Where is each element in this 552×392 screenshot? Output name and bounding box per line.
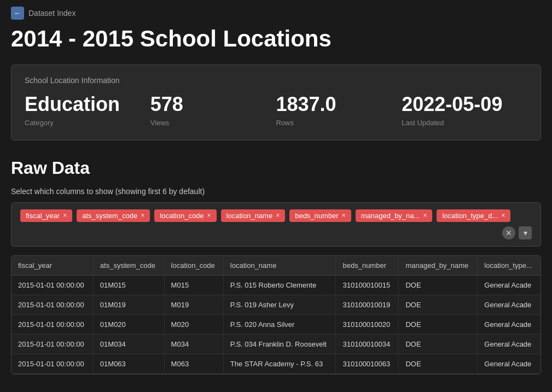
dataset-index-link[interactable]: Dataset Index	[28, 9, 75, 17]
table-row: 2015-01-01 00:00:0001M019M019P.S. 019 As…	[11, 295, 541, 314]
top-nav: ← Dataset Index	[0, 0, 552, 26]
last-updated-value: 2022-05-09	[402, 93, 527, 115]
table-cell: M019	[164, 295, 223, 314]
stat-rows: 1837.0 Rows	[276, 93, 402, 127]
page-title: 2014 - 2015 School Locations	[11, 26, 541, 51]
tag-close-fiscal-year[interactable]: ×	[63, 212, 67, 219]
table-cell: 2015-01-01 00:00:00	[11, 314, 93, 334]
table-cell: DOE	[399, 354, 478, 373]
stat-last-updated: 2022-05-09 Last Updated	[402, 93, 527, 127]
table-cell: 01M063	[93, 354, 164, 373]
info-card-title: School Location Information	[25, 76, 527, 85]
tag-location-code[interactable]: location_code ×	[154, 209, 216, 222]
tags-actions: ✕ ▾	[502, 226, 532, 239]
tag-close-location-type-d[interactable]: ×	[501, 212, 505, 219]
table-cell: 01M034	[93, 334, 164, 354]
raw-data-title: Raw Data	[11, 158, 541, 178]
data-table: fiscal_year ats_system_code location_cod…	[11, 256, 541, 374]
table-cell: 01M020	[93, 314, 164, 334]
table-cell: 310100010034	[336, 334, 399, 354]
tag-beds-number[interactable]: beds_number ×	[289, 209, 351, 222]
col-header-managed-by-name: managed_by_name	[399, 256, 478, 276]
col-header-fiscal-year: fiscal_year	[11, 256, 93, 276]
table-cell: P.S. 034 Franklin D. Roosevelt	[223, 334, 336, 354]
stat-views: 578 Views	[150, 93, 276, 127]
table-cell: DOE	[399, 275, 478, 295]
table-cell: General Acade	[478, 314, 541, 334]
tag-ats-system-code[interactable]: ats_system_code ×	[77, 209, 150, 222]
tag-close-ats-system-code[interactable]: ×	[141, 212, 144, 219]
tag-close-beds-number[interactable]: ×	[342, 212, 346, 219]
table-cell: General Acade	[478, 334, 541, 354]
col-header-ats-system-code: ats_system_code	[93, 256, 164, 276]
col-header-location-name: location_name	[223, 256, 336, 276]
info-card: School Location Information Education Ca…	[11, 65, 541, 141]
table-cell: General Acade	[478, 275, 541, 295]
table-row: 2015-01-01 00:00:0001M063M063The STAR Ac…	[11, 354, 541, 373]
table-header: fiscal_year ats_system_code location_cod…	[11, 256, 541, 276]
table-cell: 310100010020	[336, 314, 399, 334]
tag-fiscal-year[interactable]: fiscal_year ×	[20, 209, 72, 222]
tag-close-location-code[interactable]: ×	[207, 212, 211, 219]
clear-all-button[interactable]: ✕	[502, 226, 515, 239]
tag-location-name[interactable]: location_name ×	[221, 209, 286, 222]
table-cell: M015	[164, 275, 223, 295]
col-header-location-code: location_code	[164, 256, 223, 276]
table-cell: 2015-01-01 00:00:00	[11, 334, 93, 354]
table-cell: General Acade	[478, 295, 541, 314]
table-row: 2015-01-01 00:00:0001M034M034P.S. 034 Fr…	[11, 334, 541, 354]
back-arrow-icon: ←	[11, 7, 24, 20]
table-cell: P.S. 019 Asher Levy	[223, 295, 336, 314]
main-content: 2014 - 2015 School Locations School Loca…	[0, 26, 552, 385]
table-row: 2015-01-01 00:00:0001M015M015P.S. 015 Ro…	[11, 275, 541, 295]
table-cell: P.S. 015 Roberto Clemente	[223, 275, 336, 295]
table-body: 2015-01-01 00:00:0001M015M015P.S. 015 Ro…	[11, 275, 541, 373]
table-cell: 2015-01-01 00:00:00	[11, 354, 93, 373]
rows-value: 1837.0	[276, 93, 402, 115]
table-row: 2015-01-01 00:00:0001M020M020P.S. 020 An…	[11, 314, 541, 334]
table-cell: The STAR Academy - P.S. 63	[223, 354, 336, 373]
col-header-beds-number: beds_number	[336, 256, 399, 276]
table-cell: 310100010015	[336, 275, 399, 295]
table-cell: DOE	[399, 314, 478, 334]
table-cell: 01M019	[93, 295, 164, 314]
table-cell: 2015-01-01 00:00:00	[11, 275, 93, 295]
table-cell: 2015-01-01 00:00:00	[11, 295, 93, 314]
table-cell: P.S. 020 Anna Silver	[223, 314, 336, 334]
views-value: 578	[150, 93, 276, 115]
table-cell: 310100010019	[336, 295, 399, 314]
table-header-row: fiscal_year ats_system_code location_cod…	[11, 256, 541, 276]
col-header-location-type: location_type...	[478, 256, 541, 276]
table-cell: DOE	[399, 295, 478, 314]
table-cell: M063	[164, 354, 223, 373]
tags-container: fiscal_year × ats_system_code × location…	[11, 202, 541, 247]
table-cell: DOE	[399, 334, 478, 354]
stat-category: Education Category	[25, 93, 150, 127]
data-table-wrapper: fiscal_year ats_system_code location_cod…	[11, 255, 541, 375]
table-cell: 01M015	[93, 275, 164, 295]
tag-close-managed-by-na[interactable]: ×	[423, 212, 427, 219]
category-value: Education	[25, 93, 150, 115]
category-label: Category	[25, 119, 150, 127]
tag-close-location-name[interactable]: ×	[276, 212, 280, 219]
table-cell: M034	[164, 334, 223, 354]
rows-label: Rows	[276, 119, 402, 127]
dropdown-toggle-button[interactable]: ▾	[519, 226, 532, 239]
info-stats: Education Category 578 Views 1837.0 Rows…	[25, 93, 527, 127]
table-cell: M020	[164, 314, 223, 334]
views-label: Views	[150, 119, 276, 127]
last-updated-label: Last Updated	[402, 119, 527, 127]
tag-location-type-d[interactable]: location_type_d... ×	[437, 209, 510, 222]
tag-managed-by-na[interactable]: managed_by_na... ×	[356, 209, 433, 222]
column-selector-label: Select which columns to show (showing fi…	[11, 187, 541, 196]
table-cell: General Acade	[478, 354, 541, 373]
table-cell: 310100010063	[336, 354, 399, 373]
